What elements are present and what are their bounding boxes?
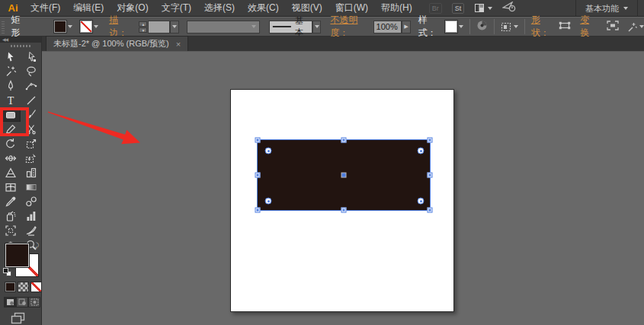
share-my-screen-icon[interactable] — [502, 2, 516, 15]
corner-radius-widget[interactable] — [265, 198, 272, 205]
stroke-weight-field[interactable] — [148, 21, 170, 33]
menu-item-4[interactable]: 选择(S) — [204, 2, 235, 14]
brush-dropdown[interactable] — [312, 21, 322, 33]
selection-handle[interactable] — [428, 208, 433, 213]
arrange-documents-button[interactable] — [474, 3, 492, 13]
draw-behind-icon[interactable] — [16, 297, 28, 307]
blend-tool[interactable] — [21, 194, 41, 209]
menu-item-1[interactable]: 编辑(E) — [73, 2, 104, 14]
panel-grip[interactable] — [2, 20, 5, 33]
draw-normal-icon[interactable] — [4, 297, 16, 307]
tools-panel: ◀◀ T ⤸ — [0, 37, 42, 325]
swap-fill-stroke-icon[interactable]: ⤸ — [35, 242, 39, 250]
menu-item-0[interactable]: 文件(F) — [30, 2, 60, 14]
draw-inside-icon[interactable] — [28, 297, 40, 307]
rotate-tool[interactable] — [0, 136, 21, 151]
menu-item-8[interactable]: 帮助(H) — [381, 2, 412, 14]
selection-tool[interactable] — [0, 49, 21, 64]
eyedropper-tool[interactable] — [0, 194, 21, 209]
brush-definition-field[interactable]: 基本 — [269, 21, 312, 33]
lasso-tool[interactable] — [21, 64, 41, 78]
shape-builder-tool[interactable] — [21, 151, 41, 165]
width-tool[interactable] — [0, 151, 21, 165]
perspective-grid-tool[interactable] — [0, 165, 21, 180]
stroke-color-control[interactable] — [80, 21, 98, 33]
align-options-button[interactable] — [501, 22, 518, 32]
selection-handle[interactable] — [255, 208, 261, 213]
style-swatch[interactable] — [445, 21, 457, 33]
select-similar-button[interactable] — [626, 22, 644, 32]
direct-selection-tool[interactable] — [21, 49, 41, 64]
perspective-selection-tool[interactable] — [21, 165, 41, 180]
selection-handle[interactable] — [255, 138, 261, 143]
stroke-none-swatch[interactable] — [80, 21, 92, 33]
symbol-sprayer-tool[interactable] — [0, 209, 21, 223]
opacity-field[interactable]: 100% — [373, 21, 402, 33]
screen-mode-button[interactable] — [11, 312, 26, 325]
chevron-down-icon — [514, 25, 518, 28]
corner-radius-widget[interactable] — [265, 148, 272, 155]
width-profile-dropdown[interactable] — [187, 21, 260, 33]
corner-radius-widget[interactable] — [418, 148, 425, 155]
pencil-tool[interactable] — [0, 122, 21, 136]
selection-handle[interactable] — [341, 138, 347, 143]
select-similar-icon — [626, 22, 637, 32]
chevron-down-icon[interactable] — [68, 25, 72, 28]
isolate-object-button[interactable] — [607, 21, 619, 33]
stroke-weight-stepper[interactable]: ▲▼ — [139, 21, 147, 33]
opacity-panel-link[interactable]: 不透明度： — [330, 14, 370, 40]
fill-color-control[interactable] — [54, 21, 72, 33]
fill-swatch[interactable] — [54, 21, 66, 33]
free-transform-tool[interactable] — [21, 136, 41, 151]
fill-indicator[interactable] — [5, 244, 29, 267]
menu-item-5[interactable]: 效果(C) — [248, 2, 279, 14]
collapse-panel-icon[interactable]: ◀◀ — [0, 37, 41, 43]
artboard-tool[interactable] — [0, 223, 21, 237]
menu-item-6[interactable]: 视图(V) — [292, 2, 322, 14]
line-segment-tool[interactable] — [21, 93, 41, 107]
column-graph-tool[interactable] — [21, 209, 41, 223]
transform-panel-link[interactable]: 变换 — [580, 14, 596, 40]
menu-item-3[interactable]: 文字(T) — [162, 2, 191, 14]
gradient-tool[interactable] — [21, 180, 41, 194]
object-center-point[interactable] — [342, 174, 346, 177]
magic-wand-tool[interactable] — [0, 64, 21, 78]
scissors-tool[interactable] — [21, 122, 41, 136]
selection-handle[interactable] — [341, 208, 347, 213]
shape-panel-link[interactable]: 形状： — [531, 14, 555, 40]
fill-stroke-widget: ⤸ — [3, 242, 40, 279]
panel-grip[interactable] — [0, 43, 41, 49]
document-tab[interactable]: 未标题-2* @ 100% (RGB/预览) × — [46, 36, 188, 51]
selected-rectangle-object[interactable] — [257, 139, 431, 211]
control-bar: 矩形 描边： ▲▼ 基本 不透明度： 100% ▶ 样式： — [0, 17, 644, 37]
chevron-down-icon[interactable] — [459, 25, 463, 28]
none-button[interactable] — [30, 282, 42, 292]
bridge-icon[interactable]: Br — [429, 3, 442, 14]
style-control[interactable] — [445, 21, 463, 33]
slice-tool[interactable] — [21, 223, 41, 237]
selection-handle[interactable] — [428, 138, 433, 143]
color-button[interactable] — [5, 282, 16, 292]
opacity-dropdown[interactable]: ▶ — [402, 21, 411, 33]
selection-handle[interactable] — [428, 173, 433, 178]
type-tool[interactable]: T — [0, 93, 21, 107]
gradient-button[interactable] — [18, 282, 29, 292]
stroke-weight-dropdown[interactable] — [170, 21, 179, 33]
selection-handle[interactable] — [255, 173, 261, 178]
recolor-artwork-button[interactable] — [476, 20, 488, 33]
default-fill-stroke-icon[interactable] — [3, 268, 11, 276]
menu-item-7[interactable]: 窗口(W) — [335, 2, 368, 14]
shape-widget-button[interactable] — [559, 21, 571, 33]
chevron-down-icon[interactable] — [94, 25, 98, 28]
pen-tool[interactable] — [0, 78, 21, 93]
paintbrush-tool[interactable] — [21, 107, 41, 122]
mesh-tool[interactable] — [0, 180, 21, 194]
illustrator-window: Ai 文件(F)编辑(E)对象(O)文字(T)选择(S)效果(C)视图(V)窗口… — [0, 0, 644, 325]
tab-close-icon[interactable]: × — [176, 40, 181, 49]
drawing-mode-buttons — [4, 297, 40, 307]
corner-radius-widget[interactable] — [418, 198, 425, 205]
rectangle-tool[interactable] — [0, 107, 21, 122]
menu-item-2[interactable]: 对象(O) — [117, 2, 148, 14]
stock-icon[interactable]: St — [452, 3, 465, 14]
curvature-tool[interactable] — [21, 78, 41, 93]
